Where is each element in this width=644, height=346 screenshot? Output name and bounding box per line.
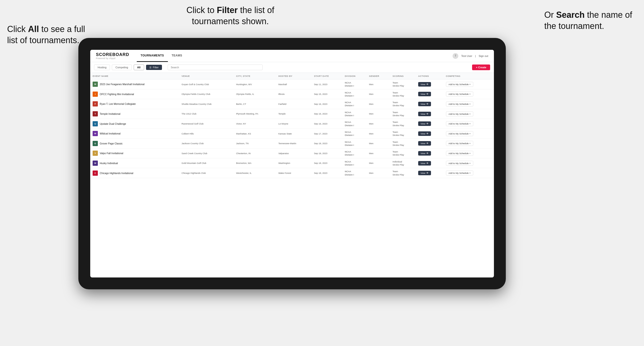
view-button[interactable]: View 👁 <box>418 141 431 146</box>
team-logo: W <box>92 161 98 166</box>
cell-city-state: Victor, NY <box>234 119 276 129</box>
tablet-device: SCOREBOARD Powered by clippd TOURNAMENTS… <box>78 38 506 289</box>
add-to-schedule-button[interactable]: Add to My Schedule + <box>446 82 473 87</box>
event-name-text: Temple Invitational <box>100 112 120 115</box>
cell-event-name: C Chicago Highlands Invitational <box>90 168 179 178</box>
view-button[interactable]: View 👁 <box>418 161 431 166</box>
cell-hosted-by: Le Moyne <box>276 119 312 129</box>
table-body: M 2023 Joe Feaganes Marshall Invitationa… <box>90 79 494 178</box>
create-button[interactable]: + Create <box>472 64 490 70</box>
add-to-schedule-button[interactable]: Add to My Schedule + <box>446 131 473 136</box>
logo-sub: Powered by clippd <box>96 57 129 59</box>
cell-gender: Men <box>367 109 390 119</box>
cell-scoring: TeamStroke Play <box>390 168 416 178</box>
cell-hosted-by: Temple <box>276 109 312 119</box>
cell-hosted-by: Kansas State <box>276 129 312 139</box>
cell-start-date: Sep 15, 2023 <box>312 89 342 99</box>
cell-start-date: Sep 17, 2023 <box>312 129 342 139</box>
tab-competing[interactable]: Competing <box>112 64 132 70</box>
cell-event-name: W Husky Individual <box>90 158 179 168</box>
nav-tabs: TOURNAMENTS TEAMS <box>137 50 186 62</box>
cell-gender: Men <box>367 99 390 109</box>
divider: | <box>475 54 476 57</box>
eye-icon: 👁 <box>426 152 428 155</box>
eye-icon: 👁 <box>426 113 428 115</box>
view-button[interactable]: View 👁 <box>418 102 431 106</box>
cell-start-date: Sep 18, 2023 <box>312 139 342 149</box>
team-logo: F <box>92 101 98 107</box>
annotation-top-right: Or Search the name of the tournament. <box>544 9 634 32</box>
view-button[interactable]: View 👁 <box>418 112 431 116</box>
table-row: I OFCC Fighting Illini Invitational Olym… <box>90 89 494 99</box>
cell-venue: The 1912 Club <box>179 109 234 119</box>
event-name-text: Chicago Highlands Invitational <box>100 172 133 174</box>
filter-button[interactable]: ☰ Filter <box>146 65 162 70</box>
add-to-schedule-button[interactable]: Add to My Schedule + <box>446 121 473 126</box>
view-button[interactable]: View 👁 <box>418 151 431 156</box>
cell-division: NCAA Division I <box>342 139 367 149</box>
col-division: DIVISION <box>342 73 367 79</box>
eye-icon: 👁 <box>426 103 428 105</box>
table-container: EVENT NAME VENUE CITY, STATE HOSTED BY S… <box>90 73 494 277</box>
search-input[interactable] <box>168 64 263 70</box>
cell-event-name: G Grover Page Classic <box>90 139 179 149</box>
cell-event-name: U Upstate Dual Challenge <box>90 119 179 129</box>
cell-scoring: TeamStroke Play <box>390 99 416 109</box>
cell-city-state: Manhattan, KS <box>234 129 276 139</box>
add-to-schedule-button[interactable]: Add to My Schedule + <box>446 161 473 166</box>
event-name-text: Husky Individual <box>100 162 118 165</box>
table-row: F Ryan T. Lee Memorial Collegiate Shuttl… <box>90 99 494 109</box>
nav-tab-teams[interactable]: TEAMS <box>168 50 186 62</box>
add-to-schedule-button[interactable]: Add to My Schedule + <box>446 111 473 116</box>
cell-competing: Add to My Schedule + <box>444 109 494 119</box>
view-button[interactable]: View 👁 <box>418 171 431 175</box>
tab-hosting[interactable]: Hosting <box>94 64 110 70</box>
toolbar: Hosting Competing All ☰ Filter + Create <box>90 62 494 73</box>
signout-link[interactable]: Sign out <box>479 54 488 57</box>
cell-division: NCAA Division I <box>342 99 367 109</box>
cell-competing: Add to My Schedule + <box>444 158 494 168</box>
table-row: G Grover Page Classic Jackson Country Cl… <box>90 139 494 149</box>
eye-icon: 👁 <box>426 122 428 125</box>
view-button[interactable]: View 👁 <box>418 92 431 96</box>
col-hosted-by: HOSTED BY <box>276 73 312 79</box>
team-logo: W <box>92 131 98 136</box>
event-name-text: Valpo Fall Invitational <box>100 152 123 155</box>
filter-label: Filter <box>153 66 159 69</box>
add-to-schedule-button[interactable]: Add to My Schedule + <box>446 102 473 107</box>
add-to-schedule-button[interactable]: Add to My Schedule + <box>446 92 473 97</box>
cell-gender: Men <box>367 79 390 89</box>
cell-competing: Add to My Schedule + <box>444 139 494 149</box>
cell-scoring: TeamStroke Play <box>390 89 416 99</box>
cell-actions: View 👁 <box>416 139 444 149</box>
view-button[interactable]: View 👁 <box>418 131 431 136</box>
cell-competing: Add to My Schedule + <box>444 89 494 99</box>
col-gender: GENDER <box>367 73 390 79</box>
add-to-schedule-button[interactable]: Add to My Schedule + <box>446 171 473 175</box>
cell-venue: Ravenwood Golf Club <box>179 119 234 129</box>
nav-tab-tournaments[interactable]: TOURNAMENTS <box>137 50 168 62</box>
team-logo: M <box>92 82 98 87</box>
cell-gender: Men <box>367 168 390 178</box>
add-to-schedule-button[interactable]: Add to My Schedule + <box>446 151 473 156</box>
cell-venue: Gold Mountain Golf Club <box>179 158 234 168</box>
view-button[interactable]: View 👁 <box>418 82 431 87</box>
cell-start-date: Sep 16, 2023 <box>312 109 342 119</box>
user-name: Test User <box>461 54 472 57</box>
cell-actions: View 👁 <box>416 129 444 139</box>
eye-icon: 👁 <box>426 93 428 95</box>
view-button[interactable]: View 👁 <box>418 121 431 126</box>
app-header: SCOREBOARD Powered by clippd TOURNAMENTS… <box>90 50 494 62</box>
eye-icon: 👁 <box>426 83 428 86</box>
cell-city-state: Jackson, TN <box>234 139 276 149</box>
filter-icon: ☰ <box>149 66 152 69</box>
cell-hosted-by: Marshall <box>276 79 312 89</box>
col-start-date: START DATE <box>312 73 342 79</box>
add-to-schedule-button[interactable]: Add to My Schedule + <box>446 141 473 146</box>
tournaments-table: EVENT NAME VENUE CITY, STATE HOSTED BY S… <box>90 73 494 178</box>
annotation-top-center: Click to Filter the list of tournaments … <box>162 5 299 27</box>
cell-hosted-by: Tennessee-Martin <box>276 139 312 149</box>
eye-icon: 👁 <box>426 132 428 135</box>
cell-actions: View 👁 <box>416 79 444 89</box>
tab-all[interactable]: All <box>134 64 144 70</box>
